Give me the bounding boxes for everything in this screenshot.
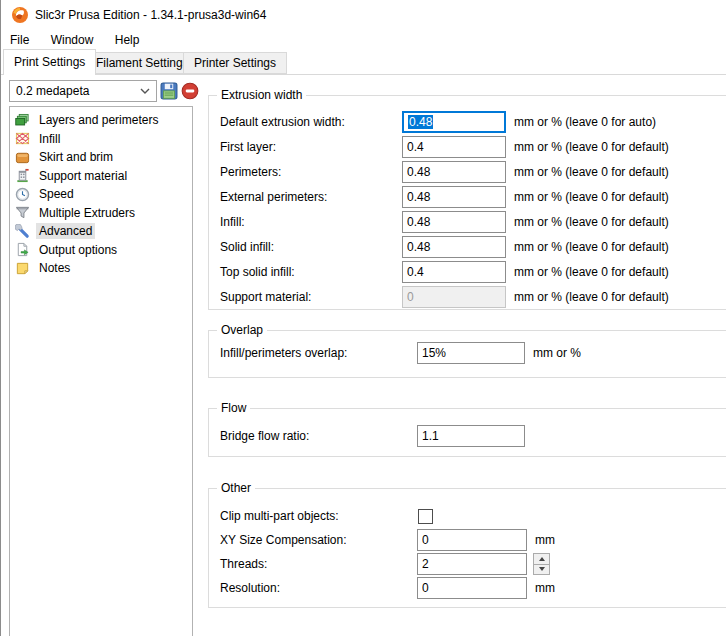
window-title: Slic3r Prusa Edition - 1.34.1-prusa3d-wi… — [35, 0, 266, 30]
field-hint: mm or % (leave 0 for default) — [514, 240, 669, 254]
notes-icon — [15, 261, 30, 276]
field-hint: mm or % (leave 0 for default) — [514, 190, 669, 204]
spinner-up-button[interactable] — [533, 553, 550, 565]
tree-item-label: Support material — [36, 168, 130, 184]
field-label: Support material: — [220, 290, 402, 304]
field-hint: mm or % (leave 0 for auto) — [514, 115, 656, 129]
tree-item-layers-and-perimeters[interactable]: Layers and perimeters — [10, 111, 192, 130]
preset-dropdown-value: 0.2 medapeta — [16, 84, 89, 98]
save-preset-button[interactable] — [160, 82, 178, 100]
field-hint: mm or % — [533, 346, 581, 360]
infill-icon — [15, 131, 30, 146]
slic3r-logo-icon — [11, 6, 29, 24]
field-label: Resolution: — [220, 581, 417, 595]
field-label: Infill/perimeters overlap: — [220, 346, 417, 360]
tree-item-label: Infill — [36, 131, 63, 147]
tree-item-multiple-extruders[interactable]: Multiple Extruders — [10, 204, 192, 223]
group-other: Other Clip multi-part objects: XY Size C… — [208, 488, 726, 608]
field-hint: mm — [535, 533, 555, 547]
threads-spinner — [533, 553, 550, 575]
spinner-up-icon — [539, 557, 545, 561]
field-label: Clip multi-part objects: — [220, 509, 417, 523]
tree-item-label: Speed — [36, 186, 77, 202]
field-label: Top solid infill: — [220, 265, 402, 279]
multiple-extruders-icon — [15, 205, 30, 220]
group-legend: Extrusion width — [217, 88, 306, 103]
spinner-down-button[interactable] — [533, 565, 550, 576]
clip-multipart-objects-checkbox[interactable] — [418, 509, 433, 524]
layers-icon — [15, 113, 30, 128]
group-extrusion-width: Extrusion width Default extrusion width:… — [208, 95, 726, 310]
field-label: Solid infill: — [220, 240, 402, 254]
field-label: Default extrusion width: — [220, 115, 402, 129]
settings-tree: Layers and perimeters Infill Skirt and b… — [9, 106, 193, 636]
tree-item-label: Notes — [36, 260, 73, 276]
tree-item-label: Output options — [36, 242, 120, 258]
advanced-icon — [15, 224, 30, 239]
tree-item-advanced[interactable]: Advanced — [10, 222, 192, 241]
field-label: Threads: — [220, 557, 417, 571]
tree-item-notes[interactable]: Notes — [10, 259, 192, 278]
tree-item-label: Layers and perimeters — [36, 112, 161, 128]
menu-bar: File Window Help — [1, 30, 726, 50]
tree-item-label: Advanced — [36, 223, 95, 239]
chevron-down-icon — [140, 88, 150, 94]
threads-input[interactable] — [417, 553, 527, 575]
xy-size-compensation-input[interactable] — [417, 529, 527, 551]
first-layer-width-input[interactable] — [402, 136, 506, 158]
menu-window[interactable]: Window — [42, 30, 103, 50]
top-solid-infill-width-input[interactable] — [402, 261, 506, 283]
field-label: Infill: — [220, 215, 402, 229]
field-hint: mm or % (leave 0 for default) — [514, 215, 669, 229]
group-legend: Other — [217, 481, 255, 496]
delete-icon — [181, 82, 199, 100]
resolution-input[interactable] — [417, 577, 527, 599]
field-hint: mm or % (leave 0 for default) — [514, 140, 669, 154]
group-legend: Overlap — [217, 323, 267, 338]
support-material-width-input — [402, 286, 506, 308]
tree-item-infill[interactable]: Infill — [10, 130, 192, 149]
selected-text: 0.48 — [408, 115, 433, 129]
tab-printer-settings[interactable]: Printer Settings — [183, 52, 287, 74]
default-extrusion-width-input[interactable]: 0.48 — [402, 111, 506, 133]
app-window: Slic3r Prusa Edition - 1.34.1-prusa3d-wi… — [0, 0, 726, 636]
support-material-icon — [15, 168, 30, 183]
field-hint: mm or % (leave 0 for default) — [514, 290, 669, 304]
field-label: Perimeters: — [220, 165, 402, 179]
preset-dropdown[interactable]: 0.2 medapeta — [9, 80, 157, 102]
field-hint: mm — [535, 581, 555, 595]
tab-print-settings[interactable]: Print Settings — [3, 49, 96, 75]
output-options-icon — [15, 242, 30, 257]
field-label: External perimeters: — [220, 190, 402, 204]
field-hint: mm or % (leave 0 for default) — [514, 265, 669, 279]
speed-icon — [15, 187, 30, 202]
field-hint: mm or % (leave 0 for default) — [514, 165, 669, 179]
external-perimeters-width-input[interactable] — [402, 186, 506, 208]
field-label: XY Size Compensation: — [220, 533, 417, 547]
tree-item-output-options[interactable]: Output options — [10, 241, 192, 260]
skirt-brim-icon — [15, 150, 30, 165]
title-bar: Slic3r Prusa Edition - 1.34.1-prusa3d-wi… — [1, 0, 726, 30]
tree-item-label: Multiple Extruders — [36, 205, 138, 221]
infill-width-input[interactable] — [402, 211, 506, 233]
bridge-flow-ratio-input[interactable] — [417, 425, 525, 447]
tree-item-label: Skirt and brim — [36, 149, 116, 165]
perimeters-width-input[interactable] — [402, 161, 506, 183]
group-flow: Flow Bridge flow ratio: — [208, 408, 726, 457]
group-overlap: Overlap Infill/perimeters overlap: mm or… — [208, 330, 726, 378]
tree-item-support-material[interactable]: Support material — [10, 167, 192, 186]
menu-help[interactable]: Help — [106, 30, 149, 50]
menu-file[interactable]: File — [1, 30, 38, 50]
tree-item-skirt-and-brim[interactable]: Skirt and brim — [10, 148, 192, 167]
tree-item-speed[interactable]: Speed — [10, 185, 192, 204]
save-icon — [160, 82, 178, 100]
spinner-down-icon — [539, 567, 545, 571]
delete-preset-button[interactable] — [181, 82, 199, 100]
tab-strip-border — [1, 74, 726, 75]
solid-infill-width-input[interactable] — [402, 236, 506, 258]
infill-perimeters-overlap-input[interactable] — [417, 342, 525, 364]
field-label: Bridge flow ratio: — [220, 429, 417, 443]
group-legend: Flow — [217, 401, 250, 416]
field-label: First layer: — [220, 140, 402, 154]
